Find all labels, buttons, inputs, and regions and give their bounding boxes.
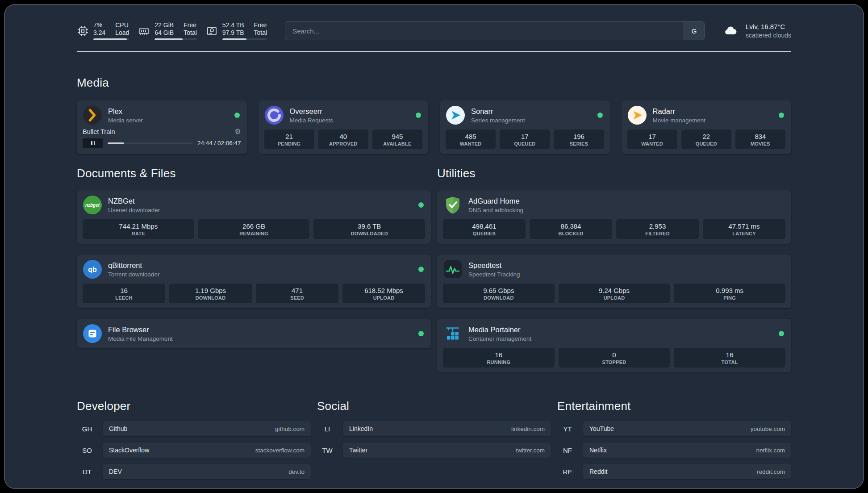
- weather-widget: Lviv, 16.87°C scattered clouds: [721, 23, 791, 39]
- stat-tile: 9.65 Gbps DOWNLOAD: [443, 284, 555, 303]
- cloud-icon: [721, 24, 740, 38]
- memory-bar: [154, 38, 196, 40]
- sonarr-icon: [446, 105, 465, 125]
- bookmark-dev[interactable]: DT DEV dev.to: [77, 464, 311, 479]
- service-card-nzbget[interactable]: nzbget NZBGet Usenet downloader 744.21 M…: [77, 190, 431, 244]
- weather-location: Lviv, 16.87°C: [746, 23, 791, 30]
- bookmark-name: Twitter: [349, 447, 516, 454]
- bookmark-reddit[interactable]: RE Reddit reddit.com: [557, 464, 791, 479]
- stat-tile: 39.6 TB DOWNLOADED: [313, 219, 425, 239]
- section-title-media: Media: [77, 76, 791, 90]
- status-dot: [779, 113, 784, 118]
- bookmark-abbr: GH: [77, 421, 97, 436]
- service-card-plex[interactable]: Plex Media server Bullet Train ⚙ 24:44 /…: [77, 100, 247, 154]
- qbittorrent-icon: qb: [83, 259, 102, 279]
- bookmark-abbr: YT: [557, 421, 578, 436]
- service-card-adguard[interactable]: AdGuard Home DNS and adblocking 498,461 …: [437, 190, 791, 244]
- section-documents: Documents & Files nzbget NZBGet Usenet d…: [77, 167, 431, 359]
- search-provider-button[interactable]: G: [684, 22, 704, 40]
- cpu-load-label: Load: [115, 29, 129, 37]
- resource-disk: 52.4 TB Free 97.9 TB Total: [206, 21, 267, 40]
- bookmark-twitter[interactable]: TW Twitter twitter.com: [317, 443, 551, 458]
- section-title-documents: Documents & Files: [77, 167, 431, 180]
- bookmark-abbr: SO: [77, 443, 97, 458]
- cpu-bar: [93, 38, 129, 40]
- service-card-filebrowser[interactable]: File Browser Media File Management: [77, 319, 431, 348]
- section-title-entertainment: Entertainment: [557, 399, 791, 413]
- memory-total-label: Total: [184, 29, 197, 37]
- stat-tile: 47.571 ms LATENCY: [703, 219, 785, 239]
- bookmark-name: DEV: [109, 468, 288, 475]
- bookmark-youtube[interactable]: YT YouTube youtube.com: [557, 421, 791, 436]
- memory-free-value: 22 GiB: [154, 21, 174, 29]
- status-dot: [779, 331, 784, 336]
- service-name: Radarr: [653, 107, 773, 116]
- stat-tile: 40 APPROVED: [318, 130, 368, 149]
- bookmark-netflix[interactable]: NF Netflix netflix.com: [557, 443, 791, 458]
- bookmark-name: LinkedIn: [349, 425, 511, 432]
- overseerr-icon: [264, 105, 284, 125]
- stat-tile: 16 LEECH: [83, 284, 165, 303]
- status-dot: [418, 331, 424, 336]
- memory-free-label: Free: [184, 21, 197, 29]
- service-card-sonarr[interactable]: Sonarr Series management 485 WANTED 17 Q…: [440, 100, 610, 154]
- service-card-qbittorrent[interactable]: qb qBittorrent Torrent downloader 16 LEE…: [77, 255, 431, 308]
- search-input[interactable]: [285, 22, 684, 40]
- status-dot: [416, 113, 421, 118]
- bookmark-url: github.com: [275, 426, 305, 432]
- settings-icon[interactable]: ⚙: [234, 128, 241, 135]
- dashboard-panel: 7% CPU 3.24 Load 22 GiB Free: [4, 4, 864, 489]
- bookmark-url: youtube.com: [751, 426, 785, 432]
- stat-tile: 2,953 FILTERED: [616, 219, 699, 239]
- stat-tile: 196 SERIES: [554, 130, 604, 149]
- stat-tile: 9.24 Gbps UPLOAD: [559, 284, 670, 303]
- stat-tile: 1.19 Gbps DOWNLOAD: [169, 284, 252, 303]
- bookmark-name: Reddit: [589, 468, 757, 475]
- bookmark-github[interactable]: GH Github github.com: [77, 421, 311, 436]
- service-name: NZBGet: [108, 197, 413, 205]
- cpu-usage-value: 7%: [93, 21, 105, 29]
- disk-total-label: Total: [254, 29, 267, 37]
- stat-tile: 945 AVAILABLE: [372, 130, 422, 149]
- stat-tile: 17 QUEUED: [500, 130, 550, 149]
- cpu-icon: [77, 25, 89, 37]
- stat-tile: 834 MOVIES: [735, 130, 785, 149]
- search-bar: G: [285, 21, 705, 40]
- disk-free-label: Free: [254, 21, 267, 29]
- pause-button[interactable]: [83, 138, 103, 148]
- service-card-speedtest[interactable]: Speedtest Speedtest Tracking 9.65 Gbps D…: [437, 255, 791, 308]
- service-description: Series management: [471, 117, 592, 124]
- now-playing-title: Bullet Train: [83, 128, 234, 135]
- service-name: Speedtest: [468, 261, 785, 270]
- service-description: Movie management: [653, 117, 773, 124]
- resources-widget: 7% CPU 3.24 Load 22 GiB Free: [77, 21, 267, 40]
- stat-tile: 21 PENDING: [264, 130, 314, 149]
- adguard-icon: [443, 195, 463, 215]
- service-name: qBittorrent: [108, 261, 413, 270]
- bookmark-stackoverflow[interactable]: SO StackOverflow stackoverflow.com: [77, 443, 311, 458]
- stat-tile: 498,461 QUERIES: [443, 219, 526, 239]
- service-card-portainer[interactable]: Media Portainer Container management 16 …: [437, 319, 791, 372]
- service-description: DNS and adblocking: [468, 207, 785, 213]
- section-utilities: Utilities AdGuard Home DNS and adblockin…: [437, 167, 791, 383]
- stat-tile: 86,384 BLOCKED: [530, 219, 612, 239]
- bookmark-linkedin[interactable]: LI LinkedIn linkedin.com: [317, 421, 551, 436]
- stat-tile: 22 QUEUED: [681, 130, 731, 149]
- stat-tile: 471 SEED: [256, 284, 338, 303]
- disk-free-value: 52.4 TB: [222, 21, 244, 29]
- service-description: Media server: [108, 117, 229, 124]
- service-card-overseerr[interactable]: Overseerr Media Requests 21 PENDING 40 A…: [259, 100, 429, 154]
- bookmark-group-social: Social LI LinkedIn linkedin.com TW Twitt…: [317, 399, 551, 485]
- service-description: Speedtest Tracking: [468, 271, 785, 278]
- bookmark-group-developer: Developer GH Github github.com SO StackO…: [77, 399, 311, 485]
- stat-tile: 0 STOPPED: [559, 348, 670, 368]
- service-name: Media Portainer: [468, 326, 773, 334]
- portainer-icon: [443, 324, 463, 343]
- bookmark-abbr: DT: [77, 464, 97, 479]
- service-card-radarr[interactable]: Radarr Movie management 17 WANTED 22 QUE…: [622, 100, 792, 154]
- disk-bar: [222, 38, 267, 40]
- service-name: Sonarr: [471, 107, 592, 116]
- bookmark-name: StackOverflow: [109, 447, 255, 454]
- disk-total-value: 97.9 TB: [222, 29, 244, 37]
- playback-progress-bar[interactable]: [108, 142, 193, 144]
